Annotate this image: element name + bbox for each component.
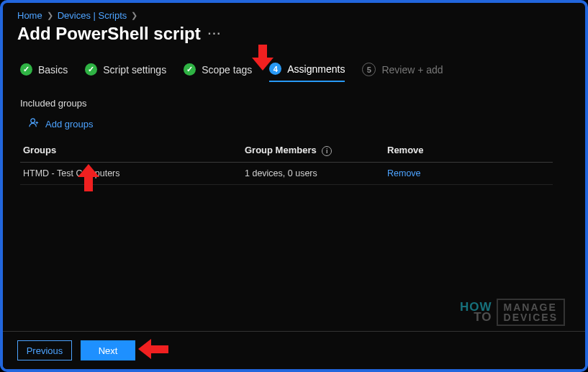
page-title-text: Add PowerShell script xyxy=(17,24,201,44)
col-groups: Groups xyxy=(20,139,242,162)
watermark-text: MANAGE xyxy=(504,302,558,312)
add-groups-button[interactable]: Add groups xyxy=(3,113,111,139)
step-number-icon: 5 xyxy=(362,63,376,76)
step-review-add: 5 Review + add xyxy=(362,63,443,82)
step-scope-tags[interactable]: ✓ Scope tags xyxy=(184,63,252,81)
chevron-right-icon: ❯ xyxy=(131,11,137,20)
check-icon: ✓ xyxy=(20,63,32,76)
check-icon: ✓ xyxy=(85,63,97,76)
groups-table: Groups Group Members i Remove HTMD - Tes… xyxy=(20,139,553,185)
previous-button[interactable]: Previous xyxy=(17,340,72,360)
page-title: Add PowerShell script ··· xyxy=(3,22,585,47)
info-icon[interactable]: i xyxy=(322,146,332,156)
chevron-right-icon: ❯ xyxy=(47,11,53,20)
more-actions-icon[interactable]: ··· xyxy=(208,27,222,40)
step-label: Basics xyxy=(38,64,68,76)
col-members: Group Members i xyxy=(242,139,384,162)
table-row: HTMD - Test Computers 1 devices, 0 users… xyxy=(20,162,553,184)
wizard-footer: Previous Next xyxy=(3,331,585,369)
step-number-icon: 4 xyxy=(269,63,281,75)
step-label: Script settings xyxy=(103,64,166,76)
add-groups-label: Add groups xyxy=(45,119,94,130)
breadcrumb-home[interactable]: Home xyxy=(17,10,42,21)
svg-point-0 xyxy=(31,119,35,123)
step-assignments[interactable]: 4 Assignments xyxy=(269,63,345,82)
step-script-settings[interactable]: ✓ Script settings xyxy=(85,63,166,81)
step-label: Assignments xyxy=(287,63,345,75)
col-remove: Remove xyxy=(384,139,553,162)
step-label: Scope tags xyxy=(202,64,252,76)
group-members: 1 devices, 0 users xyxy=(242,162,384,184)
breadcrumb-devices-scripts[interactable]: Devices | Scripts xyxy=(58,10,127,21)
remove-link[interactable]: Remove xyxy=(387,168,421,178)
check-icon: ✓ xyxy=(184,63,196,76)
step-label: Review + add xyxy=(381,64,443,76)
watermark-text: DEVICES xyxy=(504,312,558,322)
wizard-steps: ✓ Basics ✓ Script settings ✓ Scope tags … xyxy=(3,47,585,89)
add-user-icon xyxy=(29,117,40,130)
watermark-text: TO xyxy=(460,312,492,322)
breadcrumb: Home ❯ Devices | Scripts ❯ xyxy=(3,3,585,22)
included-groups-label: Included groups xyxy=(3,89,585,113)
watermark: HOW TO MANAGE DEVICES xyxy=(460,299,565,326)
next-button[interactable]: Next xyxy=(81,340,135,360)
group-name: HTMD - Test Computers xyxy=(20,162,242,184)
step-basics[interactable]: ✓ Basics xyxy=(20,63,68,81)
